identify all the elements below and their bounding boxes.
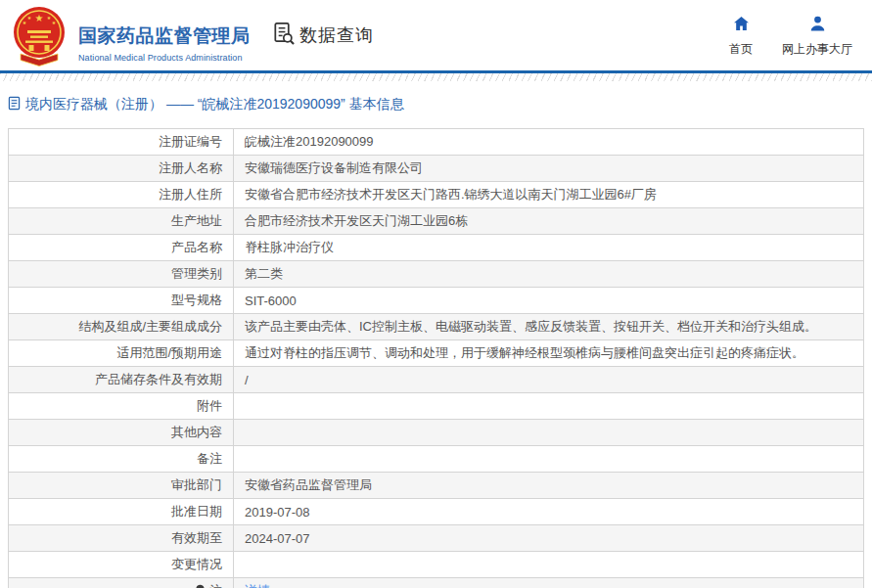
home-icon [733,16,750,35]
row-value-text: 安徽省药品监督管理局 [245,477,372,492]
data-query-tab[interactable]: 数据查询 [271,21,374,50]
row-value: 详情 [234,578,864,588]
site-title: 国家药品监督管理局 [78,23,251,49]
header: ★ ★ ★ ★ ★ 国家药品监督管理局 National Medical Pro… [0,0,872,70]
site-subtitle: National Medical Products Administration [78,53,251,63]
row-label: 结构及组成/主要组成成分 [9,314,234,340]
row-label: 管理类别 [9,261,234,288]
table-row: 产品名称 脊柱脉冲治疗仪 [9,235,864,261]
row-label-text: 变更情况 [171,557,222,571]
row-label: 注 [9,578,234,588]
table-row: 批准日期 2019-07-08 [9,499,864,525]
nav-service-hall-label: 网上办事大厅 [782,41,852,58]
brand-logo[interactable]: ★ ★ ★ ★ ★ 国家药品监督管理局 National Medical Pro… [12,6,251,70]
breadcrumb-text: 境内医疗器械（注册） —— “皖械注准20192090099” 基本信息 [25,96,404,113]
row-value: 安徽省药品监督管理局 [234,473,864,499]
national-emblem-icon: ★ ★ ★ ★ ★ [12,6,67,70]
nav-home-label: 首页 [729,41,753,58]
hatch-strip [0,73,872,81]
table-row: 注册人住所 安徽省合肥市经济技术开发区天门路西.锦绣大道以南天门湖工业园6#厂房 [9,182,864,208]
row-value-text: 脊柱脉冲治疗仪 [245,240,334,254]
table-row: 适用范围/预期用途 通过对脊柱的指压调节、调动和处理，用于缓解神经根型颈椎病与腰… [9,340,864,367]
row-label: 审批部门 [9,473,234,499]
row-value-text: 安徽瑞德医疗设备制造有限公司 [245,160,423,175]
nav-item-service-hall[interactable]: 网上办事大厅 [778,16,856,58]
row-value: 安徽瑞德医疗设备制造有限公司 [234,156,864,182]
info-table: 注册证编号 皖械注准20192090099 注册人名称 安徽瑞德医疗设备制造有限… [8,128,864,588]
table-row: 注 详情 [9,578,864,588]
row-value [234,420,864,446]
row-label: 有效期至 [9,525,234,552]
row-label-text: 注册证编号 [159,134,222,149]
row-label-text: 生产地址 [171,213,222,228]
row-value: 第二类 [234,261,864,288]
row-label-text: 附件 [197,398,222,413]
row-label: 注册人名称 [9,156,234,182]
row-label-text: 备注 [197,451,222,466]
document-search-icon [271,21,296,50]
row-label: 备注 [9,446,234,473]
svg-text:★: ★ [23,20,27,25]
row-label-text: 其他内容 [171,425,222,439]
table-row: 生产地址 合肥市经济技术开发区天门湖工业园6栋 [9,208,864,235]
detail-link[interactable]: 详情 [245,583,270,588]
svg-text:★: ★ [35,13,44,23]
row-value: 2019-07-08 [234,499,864,525]
row-label-text: 注册人住所 [159,187,222,202]
row-label-text: 注册人名称 [159,160,222,175]
table-row: 产品储存条件及有效期 / [9,367,864,393]
row-label: 生产地址 [9,208,234,235]
row-value-text: SIT-6000 [245,294,297,308]
table-row: 注册证编号 皖械注准20192090099 [9,129,864,156]
table-row: 变更情况 [9,552,864,578]
row-value-text: 皖械注准20192090099 [245,134,374,149]
row-label: 其他内容 [9,420,234,446]
row-value [234,446,864,473]
row-value [234,552,864,578]
row-value-text: 安徽省合肥市经济技术开发区天门路西.锦绣大道以南天门湖工业园6#厂房 [245,187,657,202]
row-value-text: 2024-07-07 [245,531,310,546]
row-label: 附件 [9,393,234,420]
nav-item-home[interactable]: 首页 [725,16,757,58]
row-label-text: 型号规格 [171,293,222,307]
brand-text: 国家药品监督管理局 National Medical Products Admi… [78,14,251,63]
row-label: 变更情况 [9,552,234,578]
table-row: 管理类别 第二类 [9,261,864,288]
row-value: 2024-07-07 [234,525,864,552]
row-value: 安徽省合肥市经济技术开发区天门路西.锦绣大道以南天门湖工业园6#厂房 [234,182,864,208]
row-label-text: 注 [209,583,222,588]
row-value [234,393,864,420]
user-icon [809,16,826,35]
row-label-text: 产品名称 [171,240,222,254]
row-value: SIT-6000 [234,288,864,314]
row-value-text: 通过对脊柱的指压调节、调动和处理，用于缓解神经根型颈椎病与腰椎间盘突出症引起的疼… [245,345,804,360]
row-label: 型号规格 [9,288,234,314]
row-label-text: 管理类别 [171,266,222,281]
table-row: 有效期至 2024-07-07 [9,525,864,552]
table-row: 附件 [9,393,864,420]
table-row: 型号规格 SIT-6000 [9,288,864,314]
row-label-text: 有效期至 [171,530,222,545]
breadcrumb: 境内医疗器械（注册） —— “皖械注准20192090099” 基本信息 [8,96,864,113]
row-label: 产品名称 [9,235,234,261]
row-value: / [234,367,864,393]
row-value-text: 合肥市经济技术开发区天门湖工业园6栋 [245,213,468,228]
row-value-text: 2019-07-08 [245,505,310,520]
row-value-text: / [245,373,249,387]
row-value: 通过对脊柱的指压调节、调动和处理，用于缓解神经根型颈椎病与腰椎间盘突出症引起的疼… [234,340,864,367]
row-label: 适用范围/预期用途 [9,340,234,367]
table-row: 审批部门 安徽省药品监督管理局 [9,473,864,499]
row-label: 批准日期 [9,499,234,525]
row-label-text: 批准日期 [171,504,222,519]
table-row: 其他内容 [9,420,864,446]
bulb-icon [195,584,206,588]
row-label: 注册人住所 [9,182,234,208]
row-label: 注册证编号 [9,129,234,156]
row-label-text: 审批部门 [171,477,222,492]
table-row: 注册人名称 安徽瑞德医疗设备制造有限公司 [9,156,864,182]
info-table-body: 注册证编号 皖械注准20192090099 注册人名称 安徽瑞德医疗设备制造有限… [9,129,864,588]
row-value: 脊柱脉冲治疗仪 [234,235,864,261]
row-label-text: 产品储存条件及有效期 [95,372,222,386]
table-row: 备注 [9,446,864,473]
row-value-text: 该产品主要由壳体、IC控制主板、电磁驱动装置、感应反馈装置、按钮开关、档位开关和… [245,319,817,334]
